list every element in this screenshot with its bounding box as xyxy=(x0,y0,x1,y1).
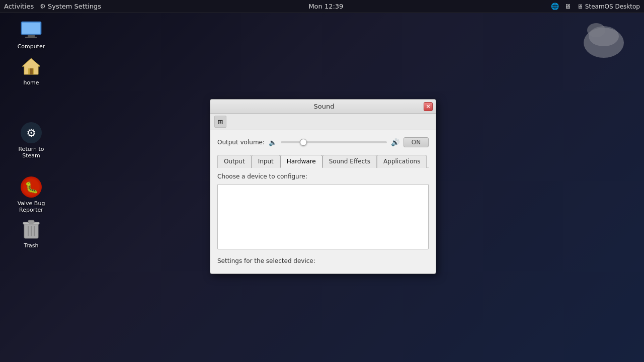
dialog-title: Sound xyxy=(224,103,424,110)
gear-icon: ⚙ xyxy=(40,3,46,10)
svg-rect-1 xyxy=(22,23,40,34)
home-icon-label: home xyxy=(23,79,39,86)
desktop-icon-valve-bug-reporter[interactable]: 🐛 Valve BugReporter xyxy=(11,175,51,213)
settings-section-label: Settings for the selected device: xyxy=(217,255,429,266)
device-section-label: Choose a device to configure: xyxy=(217,173,429,180)
dialog-grid-button[interactable]: ⊞ xyxy=(214,116,226,128)
activities-menu[interactable]: Activities xyxy=(4,3,34,10)
system-tray-icon: 🖥 xyxy=(564,3,572,11)
svg-rect-2 xyxy=(28,35,35,37)
home-icon xyxy=(19,54,43,78)
volume-icon-high: 🔊 xyxy=(391,138,399,146)
desktop-icon-return-to-steam[interactable]: ⚙ Return toSteam xyxy=(11,121,51,159)
trash-icon-label: Trash xyxy=(24,242,38,249)
tabs-row: Output Input Hardware Sound Effects Appl… xyxy=(217,154,429,168)
dialog-toolbar: ⊞ xyxy=(210,114,436,130)
dialog-content: Output volume: 🔈 🔊 ON Output Input Hardw… xyxy=(210,130,436,274)
datetime-label: Mon 12:39 xyxy=(308,3,343,10)
svg-rect-3 xyxy=(25,37,37,38)
tab-input[interactable]: Input xyxy=(252,155,280,168)
network-icon: 🌐 xyxy=(551,3,559,11)
topbar: Activities ⚙ System Settings Mon 12:39 🌐… xyxy=(0,0,644,13)
desktop: Activities ⚙ System Settings Mon 12:39 🌐… xyxy=(0,0,644,362)
steamos-icon: 🖥 xyxy=(577,3,583,10)
volume-on-button[interactable]: ON xyxy=(404,137,429,147)
sound-dialog: Sound × ⊞ Output volume: 🔈 🔊 ON Output I… xyxy=(210,99,436,274)
volume-icon-low: 🔈 xyxy=(269,139,277,146)
valve-icon: 🐛 xyxy=(19,175,43,199)
tab-sound-effects[interactable]: Sound Effects xyxy=(323,155,377,168)
svg-rect-9 xyxy=(28,220,34,223)
device-list-box[interactable] xyxy=(217,184,429,249)
desktop-icon-computer[interactable]: Computer xyxy=(11,18,51,50)
steam-logo-corner xyxy=(569,15,629,60)
steamos-badge[interactable]: 🖥 SteamOS Desktop xyxy=(577,3,640,10)
valve-bug-reporter-label: Valve BugReporter xyxy=(18,200,45,213)
trash-icon xyxy=(19,217,43,241)
dialog-close-button[interactable]: × xyxy=(424,102,433,111)
svg-point-15 xyxy=(587,23,605,37)
svg-rect-6 xyxy=(30,68,33,74)
volume-label: Output volume: xyxy=(217,139,265,146)
return-to-steam-label: Return toSteam xyxy=(18,146,44,159)
volume-slider-track[interactable] xyxy=(281,141,387,143)
tab-hardware[interactable]: Hardware xyxy=(280,155,323,168)
computer-icon xyxy=(19,18,43,42)
volume-slider-knob[interactable] xyxy=(300,139,307,146)
computer-icon-label: Computer xyxy=(18,43,45,50)
volume-row: Output volume: 🔈 🔊 ON xyxy=(217,137,429,147)
tab-output[interactable]: Output xyxy=(217,155,252,168)
steam-icon: ⚙ xyxy=(19,121,43,145)
tab-applications[interactable]: Applications xyxy=(377,155,427,168)
desktop-icon-trash[interactable]: Trash xyxy=(11,217,51,249)
system-settings-label[interactable]: ⚙ System Settings xyxy=(40,3,101,10)
dialog-titlebar: Sound × xyxy=(210,100,436,114)
desktop-icon-home[interactable]: home xyxy=(11,54,51,86)
